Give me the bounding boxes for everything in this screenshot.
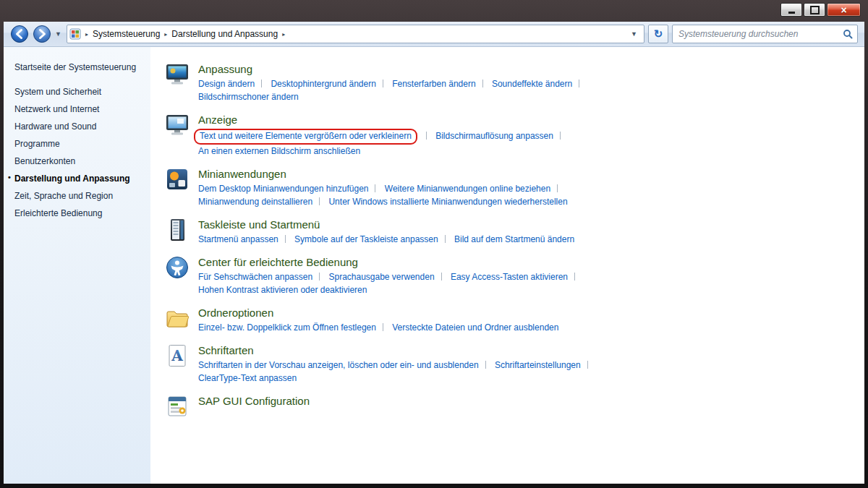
task-link-hoher-kontrast[interactable]: Hohen Kontrast aktivieren oder deaktivie… <box>198 285 367 295</box>
history-dropdown-button[interactable]: ▼ <box>55 30 61 38</box>
forward-button[interactable] <box>33 25 51 43</box>
task-link-externer-bildschirm[interactable]: An einen externen Bildschirm anschließen <box>198 146 360 156</box>
separator <box>574 273 575 281</box>
section-title-anzeige[interactable]: Anzeige <box>198 112 859 129</box>
navigation-bar: ▼ ▸ Systemsteuerung ▸ Darstellung und An… <box>4 22 864 47</box>
task-link-soundeffekte-aendern[interactable]: Soundeffekte ändern <box>492 79 572 89</box>
separator <box>383 323 383 331</box>
display-icon[interactable] <box>165 112 192 158</box>
task-link-design-aendern[interactable]: Design ändern <box>198 79 255 89</box>
sidebar-item-system-und-sicherheit[interactable]: System und Sicherheit <box>4 83 150 100</box>
separator <box>482 80 483 87</box>
task-link-versteckte-dateien-ausblenden[interactable]: Versteckte Dateien und Ordner ausblenden <box>392 322 558 333</box>
breadcrumb-arrow-icon[interactable]: ▸ <box>278 31 289 38</box>
task-link-fensterfarben-aendern[interactable]: Fensterfarben ändern <box>392 79 475 89</box>
section-title-schriftarten[interactable]: Schriftarten <box>198 343 859 359</box>
task-link-schriftarteinstellungen[interactable]: Schriftarteinstellungen <box>495 360 581 370</box>
sidebar-item-label: Darstellung und Anpassung <box>14 174 130 184</box>
maximize-icon <box>810 6 820 14</box>
section-title-minianwendungen[interactable]: Minianwendungen <box>198 166 859 183</box>
section-ordneroptionen: Ordneroptionen Einzel- bzw. Doppelklick … <box>165 305 859 335</box>
separator <box>560 132 561 140</box>
section-sap-gui-configuration: SAP GUI Configuration <box>165 393 859 421</box>
section-title-erleichterte-bedienung[interactable]: Center für erleichterte Bedienung <box>198 254 859 271</box>
separator <box>485 361 486 369</box>
main-content: Anpassung Design ändern Desktophintergru… <box>150 47 864 484</box>
section-anpassung: Anpassung Design ändern Desktophintergru… <box>165 61 859 104</box>
folder-options-icon[interactable] <box>165 305 192 335</box>
section-title-sap-gui-configuration[interactable]: SAP GUI Configuration <box>198 393 859 410</box>
sidebar-item-hardware-und-sound[interactable]: Hardware und Sound <box>4 118 150 135</box>
section-taskleiste-startmenu: Taskleiste und Startmenü Startmenü anpas… <box>165 217 859 247</box>
separator <box>261 80 262 87</box>
address-dropdown-icon[interactable]: ▼ <box>626 30 642 38</box>
sap-gui-icon[interactable] <box>165 393 192 421</box>
section-title-taskleiste-startmenu[interactable]: Taskleiste und Startmenü <box>198 217 859 234</box>
separator <box>579 80 579 87</box>
sidebar-item-benutzerkonten[interactable]: Benutzerkonten <box>4 153 150 170</box>
task-link-desktophintergrund-aendern[interactable]: Desktophintergrund ändern <box>271 79 375 89</box>
sidebar-item-netzwerk-und-internet[interactable]: Netzwerk und Internet <box>4 100 150 118</box>
separator <box>426 132 427 140</box>
refresh-button[interactable]: ↻ <box>648 25 668 43</box>
task-link-bildschirmaufloesung-anpassen[interactable]: Bildschirmauflösung anpassen <box>435 131 553 141</box>
separator <box>319 197 320 205</box>
svg-text:A: A <box>171 347 183 364</box>
active-item-bullet: • <box>8 173 11 181</box>
task-link-symbole-taskleiste-anpassen[interactable]: Symbole auf der Taskleiste anpassen <box>294 234 438 244</box>
breadcrumb-darstellung-und-anpassung[interactable]: Darstellung und Anpassung <box>171 29 278 39</box>
task-link-schriftarten-vorschau[interactable]: Schriftarten in der Vorschau anzeigen, l… <box>198 360 479 370</box>
sidebar-item-erleichterte-bedienung[interactable]: Erleichterte Bedienung <box>4 205 150 222</box>
task-link-easy-access-tasten[interactable]: Easy Access-Tasten aktivieren <box>451 272 568 282</box>
separator <box>285 235 286 243</box>
close-button[interactable]: × <box>827 3 861 17</box>
task-link-bildschirmschoner-aendern[interactable]: Bildschirmschoner ändern <box>198 92 299 102</box>
task-link-minianwendungen-hinzufuegen[interactable]: Dem Desktop Minianwendungen hinzufügen <box>198 184 368 194</box>
titlebar[interactable]: × <box>0 0 868 22</box>
annotation-highlight-box: Text und weitere Elemente vergrößern ode… <box>194 129 417 145</box>
task-link-minianwendungen-wiederherstellen[interactable]: Unter Windows installierte Minianwendung… <box>328 197 567 207</box>
task-link-bild-startmenu-aendern[interactable]: Bild auf dem Startmenü ändern <box>454 234 574 244</box>
search-box[interactable] <box>672 25 858 43</box>
ease-of-access-icon[interactable] <box>165 254 192 297</box>
task-link-sehschwaechen-anpassen[interactable]: Für Sehschwächen anpassen <box>198 272 312 282</box>
maximize-button[interactable] <box>804 3 825 17</box>
section-title-ordneroptionen[interactable]: Ordneroptionen <box>198 305 859 322</box>
separator <box>383 80 383 87</box>
section-anzeige: Anzeige Text und weitere Elemente vergrö… <box>165 112 859 158</box>
minimize-button[interactable] <box>780 3 802 17</box>
task-link-minianwendungen-online-beziehen[interactable]: Weitere Minianwendungen online beziehen <box>385 184 550 194</box>
breadcrumb-arrow-icon[interactable]: ▸ <box>81 31 93 38</box>
section-erleichterte-bedienung: Center für erleichterte Bedienung Für Se… <box>165 254 859 297</box>
task-link-minianwendung-deinstallieren[interactable]: Minianwendung deinstallieren <box>198 197 312 207</box>
task-link-sprachausgabe-verwenden[interactable]: Sprachausgabe verwenden <box>328 272 434 282</box>
sidebar-item-startseite[interactable]: Startseite der Systemsteuerung <box>4 59 150 76</box>
sidebar-item-zeit-sprache-region[interactable]: Zeit, Sprache und Region <box>4 187 150 205</box>
task-link-klickverhalten-festlegen[interactable]: Einzel- bzw. Doppelklick zum Öffnen fest… <box>198 322 376 333</box>
sidebar: Startseite der Systemsteuerung System un… <box>4 47 150 484</box>
back-button[interactable] <box>10 25 29 43</box>
breadcrumb-systemsteuerung[interactable]: Systemsteuerung <box>93 29 160 39</box>
separator <box>319 273 320 281</box>
close-icon: × <box>841 5 846 15</box>
sidebar-item-programme[interactable]: Programme <box>4 135 150 153</box>
taskbar-startmenu-icon[interactable] <box>165 217 192 247</box>
section-minianwendungen: Minianwendungen Dem Desktop Minianwendun… <box>165 166 859 209</box>
breadcrumb-arrow-icon[interactable]: ▸ <box>160 31 171 38</box>
control-panel-window: × <box>0 0 868 488</box>
refresh-icon: ↻ <box>654 27 663 40</box>
separator <box>445 235 446 243</box>
search-icon[interactable] <box>843 29 853 39</box>
section-title-anpassung[interactable]: Anpassung <box>198 61 859 78</box>
fonts-icon[interactable]: A <box>165 343 192 385</box>
task-link-startmenu-anpassen[interactable]: Startmenü anpassen <box>198 234 278 244</box>
search-input[interactable] <box>677 28 840 40</box>
task-link-text-elemente-vergroessern[interactable]: Text und weitere Elemente vergrößern ode… <box>200 131 412 141</box>
address-bar[interactable]: ▸ Systemsteuerung ▸ Darstellung und Anpa… <box>67 25 644 43</box>
sidebar-item-darstellung-und-anpassung[interactable]: • Darstellung und Anpassung <box>4 170 150 187</box>
gadgets-icon[interactable] <box>165 166 192 209</box>
personalization-icon[interactable] <box>165 61 192 104</box>
separator <box>557 184 558 192</box>
task-link-cleartype-text-anpassen[interactable]: ClearType-Text anpassen <box>198 373 297 383</box>
window-chrome: ▼ ▸ Systemsteuerung ▸ Darstellung und An… <box>4 22 864 484</box>
